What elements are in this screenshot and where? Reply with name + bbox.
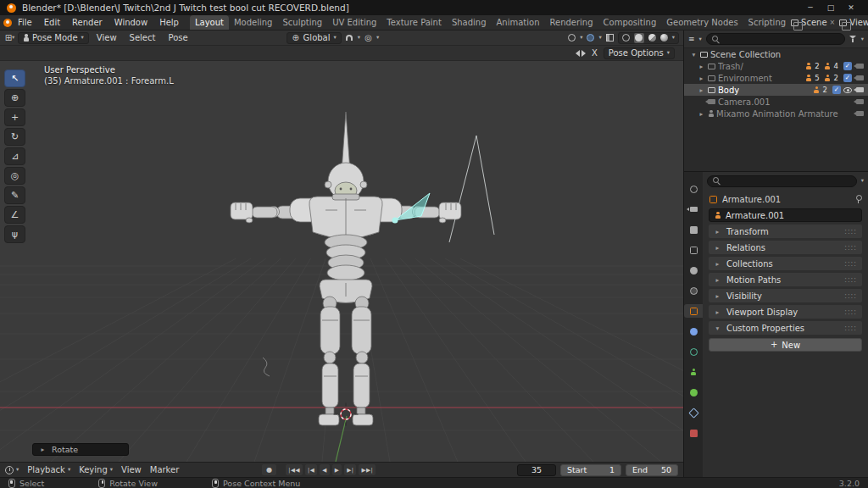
panel-transform[interactable]: ▸ Transform :::: [709, 225, 862, 238]
menu-help[interactable]: Help [153, 15, 185, 30]
tab-particles-icon[interactable] [684, 345, 703, 358]
menu-edit[interactable]: Edit [38, 15, 66, 30]
disable-in-renders-icon[interactable] [856, 64, 864, 69]
workspace-tab-uv-editing[interactable]: UV Editing [327, 15, 381, 30]
pose-breakdowner-tool-icon[interactable]: ψ [4, 225, 25, 243]
workspace-tab-geometry-nodes[interactable]: Geometry Nodes [661, 15, 743, 30]
outliner-editor-icon[interactable]: ≡ [688, 35, 695, 43]
outliner-row-mixamo-armature[interactable]: ▸ Mixamo Animation Armature [684, 108, 868, 119]
pin-icon[interactable] [854, 195, 861, 203]
outliner-row-scene-collection[interactable]: ▾ Scene Collection [684, 48, 868, 60]
blender-menu-icon[interactable] [3, 19, 12, 27]
mode-dropdown[interactable]: Pose Mode▾ [18, 32, 89, 44]
outliner-row-body[interactable]: ▸ Body 2 [684, 84, 868, 96]
tab-object-icon[interactable] [684, 304, 703, 318]
panel-custom-properties[interactable]: ▾ Custom Properties :::: [709, 321, 862, 335]
timeline-editor-icon[interactable]: ▾ [5, 466, 19, 474]
pose-options-dropdown[interactable]: Pose Options▾ [604, 47, 675, 59]
auto-keying-icon[interactable]: ● [262, 464, 276, 475]
frame-start-field[interactable]: Start1 [560, 464, 621, 476]
outliner-options-icon[interactable]: ▾ [861, 36, 864, 42]
tab-render-icon[interactable] [684, 202, 703, 216]
close-button[interactable]: ✕ [841, 0, 861, 15]
jump-to-end-icon[interactable]: ▶▶| [359, 464, 376, 475]
properties-search-input[interactable] [707, 175, 857, 187]
menu-pose[interactable]: Pose [163, 33, 192, 42]
object-name-field[interactable]: Armature.001 [709, 208, 862, 222]
minimize-button[interactable]: ─ [800, 0, 821, 15]
tab-world-icon[interactable] [684, 284, 703, 297]
checkbox-icon[interactable] [843, 74, 852, 82]
outliner-row-trash[interactable]: ▸ Trash/ 2 4 [684, 60, 868, 72]
measure-tool-icon[interactable]: ∠ [4, 206, 25, 224]
tab-constraints-icon[interactable] [684, 406, 703, 419]
outliner-row-environment[interactable]: ▸ Environment 5 2 [684, 72, 868, 84]
tab-physics-icon[interactable] [684, 426, 703, 440]
workspace-tab-sculpting[interactable]: Sculpting [277, 15, 327, 30]
tab-output-icon[interactable] [684, 223, 703, 236]
panel-collections[interactable]: ▸ Collections :::: [709, 257, 862, 270]
panel-relations[interactable]: ▸ Relations :::: [709, 241, 862, 254]
tab-modifier-icon[interactable] [684, 324, 703, 338]
workspace-tab-rendering[interactable]: Rendering [544, 15, 598, 30]
disable-in-renders-icon[interactable] [856, 111, 864, 116]
proportional-editing-icon[interactable]: ◎ [363, 32, 374, 44]
unlink-scene-icon[interactable]: × [830, 19, 836, 26]
viewlayer-selector[interactable]: ViewLayer × [839, 18, 868, 27]
next-keyframe-icon[interactable]: ▶| [344, 464, 356, 475]
workspace-tab-shading[interactable]: Shading [447, 15, 492, 30]
frame-end-field[interactable]: End50 [626, 464, 678, 476]
tab-bone-icon[interactable] [684, 385, 703, 399]
disclosure-icon[interactable]: ▸ [698, 63, 705, 70]
disable-in-renders-icon[interactable] [856, 99, 864, 104]
play-reverse-icon[interactable]: ◀ [320, 464, 330, 475]
outliner-search-input[interactable] [706, 33, 845, 45]
overlays-icon[interactable] [585, 32, 596, 44]
current-frame-field[interactable]: 35 [517, 464, 556, 476]
proportional-dropdown-icon[interactable]: ▾ [376, 35, 379, 41]
checkbox-icon[interactable] [843, 62, 852, 70]
disable-in-renders-icon[interactable] [856, 75, 864, 80]
disable-in-renders-icon[interactable] [856, 87, 864, 92]
hide-in-viewport-icon[interactable] [843, 87, 852, 93]
scene-selector[interactable]: Scene × [791, 18, 835, 27]
annotate-tool-icon[interactable]: ✎ [4, 186, 25, 204]
rotate-tool-icon[interactable]: ↻ [4, 128, 25, 146]
menu-playback[interactable]: Playback▾ [27, 465, 70, 474]
workspace-tab-modeling[interactable]: Modeling [229, 15, 278, 30]
move-tool-icon[interactable]: + [4, 108, 25, 126]
disclosure-icon[interactable]: ▾ [690, 51, 698, 58]
shading-material-icon[interactable] [648, 34, 656, 42]
tab-object-data-icon[interactable] [684, 365, 703, 379]
transform-tool-icon[interactable]: ◎ [4, 167, 25, 185]
disclosure-icon[interactable]: ▸ [698, 110, 705, 118]
shading-dropdown-icon[interactable]: ▾ [672, 35, 675, 41]
menu-window[interactable]: Window [108, 15, 153, 30]
workspace-tab-animation[interactable]: Animation [492, 15, 545, 30]
workspace-tab-layout[interactable]: Layout [190, 15, 229, 30]
maximize-button[interactable]: □ [821, 0, 841, 15]
checkbox-icon[interactable] [832, 86, 841, 94]
shading-rendered-icon[interactable] [660, 34, 668, 42]
tab-view-layer-icon[interactable] [684, 243, 703, 257]
gizmo-dropdown-icon[interactable]: ▾ [580, 35, 582, 41]
prev-keyframe-icon[interactable]: |◀ [305, 464, 317, 475]
workspace-tab-texture-paint[interactable]: Texture Paint [381, 15, 447, 30]
shading-solid-icon[interactable] [635, 34, 643, 42]
shading-wireframe-icon[interactable] [622, 34, 630, 42]
transform-orientation-dropdown[interactable]: ⊕ Global▾ [287, 32, 342, 44]
panel-viewport-display[interactable]: ▸ Viewport Display :::: [709, 305, 862, 319]
new-custom-property-button[interactable]: + New [709, 338, 862, 352]
select-box-tool-icon[interactable]: ↖ [4, 69, 25, 87]
show-gizmo-icon[interactable] [566, 32, 577, 44]
outliner-row-camera[interactable]: Camera.001 [684, 96, 868, 108]
play-icon[interactable]: ▶ [332, 464, 342, 475]
menu-select[interactable]: Select [125, 33, 161, 42]
menu-marker[interactable]: Marker [150, 465, 180, 474]
menu-view-timeline[interactable]: View [121, 465, 142, 474]
snap-dropdown-icon[interactable]: ▾ [358, 35, 360, 41]
properties-options-icon[interactable]: ▾ [861, 178, 864, 184]
snap-magnet-icon[interactable] [344, 32, 355, 44]
cursor-tool-icon[interactable]: ⊕ [4, 89, 25, 107]
filter-icon[interactable] [849, 36, 857, 42]
